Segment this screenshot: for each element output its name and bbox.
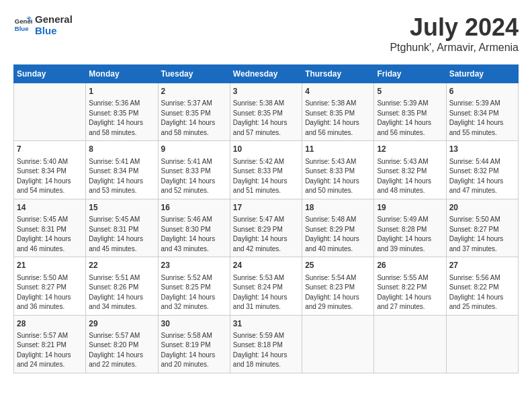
day-info: Sunrise: 5:40 AM Sunset: 8:34 PM Dayligh… [17, 157, 83, 196]
day-info: Sunrise: 5:38 AM Sunset: 8:35 PM Dayligh… [233, 99, 299, 138]
calendar-week-row: 28Sunrise: 5:57 AM Sunset: 8:21 PM Dayli… [14, 315, 519, 373]
calendar-cell: 20Sunrise: 5:50 AM Sunset: 8:27 PM Dayli… [446, 199, 518, 257]
day-number: 27 [449, 260, 515, 271]
calendar-cell: 4Sunrise: 5:38 AM Sunset: 8:35 PM Daylig… [302, 83, 374, 141]
logo: General Blue General Blue [13, 13, 73, 36]
day-number: 23 [161, 260, 227, 271]
calendar-cell: 8Sunrise: 5:41 AM Sunset: 8:34 PM Daylig… [86, 141, 158, 199]
day-info: Sunrise: 5:42 AM Sunset: 8:33 PM Dayligh… [233, 157, 299, 196]
logo-line2: Blue [35, 25, 73, 36]
day-number: 16 [161, 202, 227, 214]
day-info: Sunrise: 5:45 AM Sunset: 8:31 PM Dayligh… [89, 215, 154, 254]
calendar-week-row: 7Sunrise: 5:40 AM Sunset: 8:34 PM Daylig… [14, 141, 519, 199]
logo-icon: General Blue [13, 15, 32, 34]
calendar-cell: 15Sunrise: 5:45 AM Sunset: 8:31 PM Dayli… [86, 199, 158, 257]
day-number: 20 [449, 202, 515, 214]
calendar-cell: 25Sunrise: 5:54 AM Sunset: 8:23 PM Dayli… [302, 257, 374, 315]
weekday-header: Tuesday [158, 65, 230, 83]
calendar-cell [446, 315, 518, 373]
day-info: Sunrise: 5:46 AM Sunset: 8:30 PM Dayligh… [161, 215, 227, 254]
day-number: 10 [233, 144, 299, 155]
day-number: 4 [305, 86, 371, 97]
svg-text:Blue: Blue [15, 25, 29, 32]
weekday-header: Sunday [14, 65, 86, 83]
day-number: 9 [161, 144, 227, 155]
day-info: Sunrise: 5:52 AM Sunset: 8:25 PM Dayligh… [161, 273, 227, 312]
day-number: 3 [233, 86, 299, 97]
calendar-cell: 2Sunrise: 5:37 AM Sunset: 8:35 PM Daylig… [158, 83, 230, 141]
calendar-cell: 27Sunrise: 5:56 AM Sunset: 8:22 PM Dayli… [446, 257, 518, 315]
day-info: Sunrise: 5:43 AM Sunset: 8:33 PM Dayligh… [305, 157, 371, 196]
weekday-header: Wednesday [230, 65, 302, 83]
day-info: Sunrise: 5:49 AM Sunset: 8:28 PM Dayligh… [377, 215, 443, 254]
calendar-cell: 9Sunrise: 5:41 AM Sunset: 8:33 PM Daylig… [158, 141, 230, 199]
day-number: 30 [161, 318, 227, 330]
day-number: 18 [305, 202, 371, 214]
calendar-cell: 22Sunrise: 5:51 AM Sunset: 8:26 PM Dayli… [86, 257, 158, 315]
day-info: Sunrise: 5:39 AM Sunset: 8:34 PM Dayligh… [449, 99, 515, 138]
day-info: Sunrise: 5:47 AM Sunset: 8:29 PM Dayligh… [233, 215, 299, 254]
calendar-cell [302, 315, 374, 373]
calendar-title: July 2024 [390, 13, 519, 42]
weekday-header: Friday [374, 65, 446, 83]
day-info: Sunrise: 5:57 AM Sunset: 8:20 PM Dayligh… [89, 331, 154, 370]
day-info: Sunrise: 5:38 AM Sunset: 8:35 PM Dayligh… [305, 99, 371, 138]
day-number: 29 [89, 318, 154, 330]
calendar-cell: 14Sunrise: 5:45 AM Sunset: 8:31 PM Dayli… [14, 199, 86, 257]
calendar-cell: 12Sunrise: 5:43 AM Sunset: 8:32 PM Dayli… [374, 141, 446, 199]
day-number: 21 [17, 260, 83, 271]
calendar-cell [14, 83, 86, 141]
calendar-cell: 28Sunrise: 5:57 AM Sunset: 8:21 PM Dayli… [14, 315, 86, 373]
day-info: Sunrise: 5:55 AM Sunset: 8:22 PM Dayligh… [377, 273, 443, 312]
calendar-cell: 19Sunrise: 5:49 AM Sunset: 8:28 PM Dayli… [374, 199, 446, 257]
day-number: 24 [233, 260, 299, 271]
logo-line1: General [35, 13, 73, 25]
calendar-cell: 16Sunrise: 5:46 AM Sunset: 8:30 PM Dayli… [158, 199, 230, 257]
calendar-cell: 6Sunrise: 5:39 AM Sunset: 8:34 PM Daylig… [446, 83, 518, 141]
calendar-cell: 3Sunrise: 5:38 AM Sunset: 8:35 PM Daylig… [230, 83, 302, 141]
calendar-cell: 11Sunrise: 5:43 AM Sunset: 8:33 PM Dayli… [302, 141, 374, 199]
day-info: Sunrise: 5:50 AM Sunset: 8:27 PM Dayligh… [17, 273, 83, 312]
day-number: 17 [233, 202, 299, 214]
weekday-header: Monday [86, 65, 158, 83]
day-number: 28 [17, 318, 83, 330]
calendar-cell: 18Sunrise: 5:48 AM Sunset: 8:29 PM Dayli… [302, 199, 374, 257]
day-info: Sunrise: 5:54 AM Sunset: 8:23 PM Dayligh… [305, 273, 371, 312]
day-info: Sunrise: 5:41 AM Sunset: 8:33 PM Dayligh… [161, 157, 227, 196]
day-info: Sunrise: 5:41 AM Sunset: 8:34 PM Dayligh… [89, 157, 154, 196]
calendar-week-row: 14Sunrise: 5:45 AM Sunset: 8:31 PM Dayli… [14, 199, 519, 257]
day-info: Sunrise: 5:59 AM Sunset: 8:18 PM Dayligh… [233, 331, 299, 370]
calendar-cell: 24Sunrise: 5:53 AM Sunset: 8:24 PM Dayli… [230, 257, 302, 315]
calendar-cell: 10Sunrise: 5:42 AM Sunset: 8:33 PM Dayli… [230, 141, 302, 199]
day-number: 19 [377, 202, 443, 214]
day-info: Sunrise: 5:36 AM Sunset: 8:35 PM Dayligh… [89, 99, 154, 138]
day-number: 6 [449, 86, 515, 97]
day-info: Sunrise: 5:56 AM Sunset: 8:22 PM Dayligh… [449, 273, 515, 312]
day-number: 12 [377, 144, 443, 155]
calendar-subtitle: Ptghunk', Armavir, Armenia [390, 42, 519, 54]
day-info: Sunrise: 5:39 AM Sunset: 8:35 PM Dayligh… [377, 99, 443, 138]
weekday-header: Thursday [302, 65, 374, 83]
day-info: Sunrise: 5:48 AM Sunset: 8:29 PM Dayligh… [305, 215, 371, 254]
calendar-cell: 29Sunrise: 5:57 AM Sunset: 8:20 PM Dayli… [86, 315, 158, 373]
calendar-cell: 23Sunrise: 5:52 AM Sunset: 8:25 PM Dayli… [158, 257, 230, 315]
page-header: General Blue General Blue July 2024 Ptgh… [13, 13, 519, 54]
calendar-table: SundayMondayTuesdayWednesdayThursdayFrid… [13, 64, 519, 373]
calendar-cell [374, 315, 446, 373]
day-info: Sunrise: 5:51 AM Sunset: 8:26 PM Dayligh… [89, 273, 154, 312]
day-number: 11 [305, 144, 371, 155]
day-info: Sunrise: 5:45 AM Sunset: 8:31 PM Dayligh… [17, 215, 83, 254]
day-number: 25 [305, 260, 371, 271]
day-number: 13 [449, 144, 515, 155]
day-info: Sunrise: 5:57 AM Sunset: 8:21 PM Dayligh… [17, 331, 83, 370]
day-info: Sunrise: 5:43 AM Sunset: 8:32 PM Dayligh… [377, 157, 443, 196]
day-info: Sunrise: 5:50 AM Sunset: 8:27 PM Dayligh… [449, 215, 515, 254]
day-info: Sunrise: 5:44 AM Sunset: 8:32 PM Dayligh… [449, 157, 515, 196]
calendar-cell: 21Sunrise: 5:50 AM Sunset: 8:27 PM Dayli… [14, 257, 86, 315]
calendar-cell: 7Sunrise: 5:40 AM Sunset: 8:34 PM Daylig… [14, 141, 86, 199]
calendar-cell: 30Sunrise: 5:58 AM Sunset: 8:19 PM Dayli… [158, 315, 230, 373]
calendar-cell: 1Sunrise: 5:36 AM Sunset: 8:35 PM Daylig… [86, 83, 158, 141]
weekday-header: Saturday [446, 65, 518, 83]
day-info: Sunrise: 5:58 AM Sunset: 8:19 PM Dayligh… [161, 331, 227, 370]
calendar-cell: 17Sunrise: 5:47 AM Sunset: 8:29 PM Dayli… [230, 199, 302, 257]
